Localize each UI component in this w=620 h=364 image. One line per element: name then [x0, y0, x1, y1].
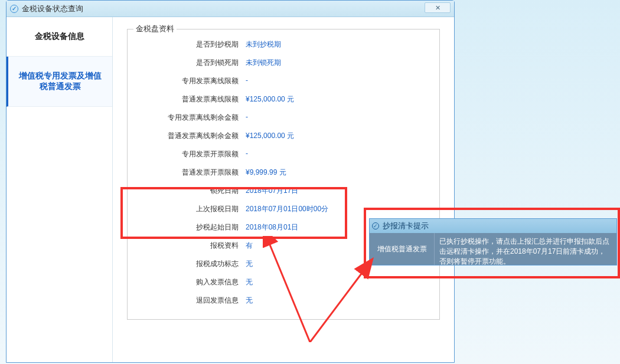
popup-title-bar: ✓ 抄报清卡提示 [370, 219, 616, 233]
row-label: 专用发票离线限额 [128, 76, 246, 86]
notice-popup: ✓ 抄报清卡提示 增值税普通发票 已执行抄税操作，请点击上报汇总并进行申报扣款后… [369, 218, 617, 265]
row-label: 锁死日期 [128, 186, 246, 196]
row-label: 报税资料 [128, 241, 246, 251]
row-value: 2018年07月17日 [246, 186, 439, 196]
popup-message: 已执行抄税操作，请点击上报汇总并进行申报扣款后点击远程清卡操作，并在2018年0… [435, 233, 616, 265]
popup-invoice-type: 增值税普通发票 [370, 233, 435, 265]
row-value: 未到锁死期 [246, 58, 439, 68]
popup-title-text: 抄报清卡提示 [383, 221, 429, 231]
row-returned-invoice: 退回发票信息无 [128, 291, 439, 310]
row-label: 专用发票开票限额 [128, 149, 246, 159]
row-purchased-invoice: 购入发票信息无 [128, 273, 439, 291]
row-label: 报税成功标志 [128, 259, 246, 269]
popup-body: 增值税普通发票 已执行抄税操作，请点击上报汇总并进行申报扣款后点击远程清卡操作，… [370, 233, 616, 265]
row-value: ¥125,000.00 元 [246, 94, 439, 104]
row-special-invoice-limit: 专用发票开票限额- [128, 145, 439, 163]
window-title: 金税设备状态查询 [22, 4, 83, 14]
row-label: 普通发票离线限额 [128, 94, 246, 104]
row-label: 普通发票开票限额 [128, 168, 246, 178]
sidebar-item-device-info[interactable]: 金税设备信息 [6, 17, 112, 57]
row-value: ¥9,999.99 元 [246, 168, 439, 178]
close-button[interactable]: ✕ [425, 2, 451, 13]
app-icon: ✓ [10, 5, 18, 13]
row-general-invoice-limit: 普通发票开票限额¥9,999.99 元 [128, 163, 439, 182]
row-label: 是否到锁死期 [128, 58, 246, 68]
sidebar: 金税设备信息 增值税专用发票及增值税普通发票 [6, 17, 113, 362]
row-label: 上次报税日期 [128, 204, 246, 214]
row-label: 抄税起始日期 [128, 222, 246, 232]
row-label: 普通发票离线剩余金额 [128, 131, 246, 141]
row-special-offline-limit: 专用发票离线限额- [128, 72, 439, 90]
row-value: 无 [246, 277, 439, 287]
title-bar: ✓ 金税设备状态查询 ✕ [6, 1, 454, 17]
main-body: 金税设备信息 增值税专用发票及增值税普通发票 金税盘资料 是否到抄税期未到抄税期… [6, 17, 454, 362]
popup-icon: ✓ [372, 222, 379, 229]
row-value: 无 [246, 296, 439, 306]
row-lock-period: 是否到锁死期未到锁死期 [128, 54, 439, 72]
row-value: 未到抄税期 [246, 40, 439, 50]
row-general-offline-limit: 普通发票离线限额¥125,000.00 元 [128, 90, 439, 109]
tax-disk-fieldset: 金税盘资料 是否到抄税期未到抄税期 是否到锁死期未到锁死期 专用发票离线限额- … [127, 29, 440, 320]
fieldset-legend: 金税盘资料 [133, 24, 177, 34]
content-area: 金税盘资料 是否到抄税期未到抄税期 是否到锁死期未到锁死期 专用发票离线限额- … [113, 17, 454, 362]
row-special-offline-remain: 专用发票离线剩余金额- [128, 109, 439, 127]
row-lock-date: 锁死日期2018年07月17日 [128, 182, 439, 200]
row-last-tax-date: 上次报税日期2018年07月01日00时00分 [128, 200, 439, 218]
sidebar-item-vat-invoice[interactable]: 增值税专用发票及增值税普通发票 [6, 57, 112, 107]
row-label: 退回发票信息 [128, 296, 246, 306]
row-label: 专用发票离线剩余金额 [128, 113, 246, 123]
row-label: 是否到抄税期 [128, 40, 246, 50]
main-window: ✓ 金税设备状态查询 ✕ 金税设备信息 增值税专用发票及增值税普通发票 金税盘资… [6, 0, 455, 363]
row-value: - [246, 113, 439, 123]
row-label: 购入发票信息 [128, 277, 246, 287]
row-value: 2018年07月01日00时00分 [246, 204, 439, 214]
row-value: ¥125,000.00 元 [246, 131, 439, 141]
row-value: - [246, 149, 439, 159]
row-tax-period: 是否到抄税期未到抄税期 [128, 35, 439, 54]
row-general-offline-remain: 普通发票离线剩余金额¥125,000.00 元 [128, 127, 439, 145]
row-value: - [246, 76, 439, 86]
